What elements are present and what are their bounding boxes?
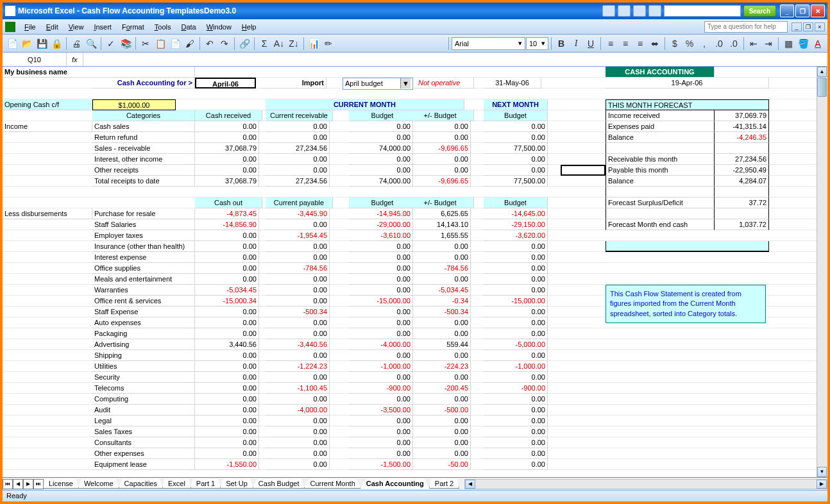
cell[interactable]: 0.00 [195,416,259,426]
cell[interactable]: 0.00 [266,372,330,383]
cell[interactable]: My business name [3,67,195,78]
merge-center-icon[interactable]: ⬌ [648,37,662,51]
scroll-thumb[interactable] [817,78,827,97]
research-icon[interactable]: 📚 [119,37,133,51]
cell[interactable]: 0.00 [407,165,471,176]
cell[interactable]: 0.00 [266,132,330,143]
cell[interactable]: Total receipts to date [92,176,195,187]
cell[interactable]: 3,440.56 [195,339,259,350]
sheet-tab-part-1[interactable]: Part 1 [191,479,221,489]
cell[interactable]: -0.34 [407,296,471,307]
cell[interactable]: 74,000.00 [349,143,413,154]
cell[interactable]: Legal [92,416,195,426]
cell[interactable]: 0.00 [349,121,413,132]
cell[interactable]: 0.00 [407,328,471,339]
cell[interactable]: 31-May-06 [484,78,541,88]
cell[interactable]: Office rent & services [92,296,195,307]
cell[interactable]: -900.00 [349,383,413,394]
cell[interactable]: -29,000.00 [349,219,413,230]
cell[interactable]: Balance [606,176,715,187]
cell[interactable]: -15,000.34 [195,296,259,307]
decrease-indent-icon[interactable]: ⇤ [747,37,761,51]
cell[interactable]: 0.00 [484,317,548,328]
sheet-tab-set-up[interactable]: Set Up [220,479,253,489]
doc-minimize-button[interactable]: _ [792,22,802,31]
cell[interactable]: 0.00 [195,405,259,416]
cell[interactable]: 0.00 [195,383,259,394]
cell[interactable]: 559.44 [407,339,471,350]
horizontal-scrollbar[interactable]: ◀ ▶ [464,479,827,489]
cell[interactable]: 0.00 [349,317,413,328]
cell[interactable]: Office supplies [92,263,195,274]
excel-doc-icon[interactable] [5,22,15,32]
cell[interactable]: -1,100.45 [266,383,330,394]
cell[interactable]: 0.00 [349,372,413,383]
cell[interactable]: 0.00 [349,165,413,176]
decrease-decimal-icon[interactable]: .0 [727,37,741,51]
cell[interactable]: Warranties [92,285,195,296]
cell[interactable]: Consultants [92,437,195,448]
cell[interactable]: 0.00 [195,328,259,339]
menu-data[interactable]: Data [176,22,201,32]
cell[interactable]: 0.00 [407,416,471,426]
scroll-up-icon[interactable]: ▲ [817,67,827,77]
cell[interactable]: -15,000.00 [484,296,548,307]
cell[interactable]: Equipment lease [92,459,195,470]
menu-format[interactable]: Format [117,22,149,32]
cell[interactable]: Staff Salaries [92,219,195,230]
currency-icon[interactable]: $ [668,37,682,51]
copy-icon[interactable]: 📋 [153,37,167,51]
scroll-right-icon[interactable]: ▶ [817,480,827,489]
cell[interactable]: 0.00 [195,394,259,405]
tab-nav-next-icon[interactable]: ▶ [23,479,33,489]
cell[interactable]: -4,000.00 [349,339,413,350]
cell[interactable]: Current payable [266,197,333,208]
name-box[interactable]: Q10 [3,53,67,66]
cell[interactable]: 0.00 [407,350,471,361]
cell[interactable]: 1,655.55 [407,230,471,241]
cell[interactable]: Auto expenses [92,317,195,328]
cell[interactable]: 1,037.72 [715,219,769,230]
cell[interactable]: Import [262,78,326,88]
cell[interactable]: 37,068.79 [195,143,259,154]
cell[interactable]: 0.00 [195,372,259,383]
cell[interactable]: 0.00 [195,317,259,328]
msn-alert-icon[interactable] [648,5,661,17]
cell[interactable]: 0.00 [484,437,548,448]
cell[interactable]: -200.45 [407,383,471,394]
cell[interactable] [715,143,769,154]
cell[interactable]: Insurance (other than health) [92,241,195,252]
scroll-left-icon[interactable]: ◀ [465,480,475,489]
save-icon[interactable]: 💾 [35,37,49,51]
cell[interactable] [715,187,769,197]
vertical-scrollbar[interactable]: ▲ ▼ [817,67,827,477]
cell[interactable]: 0.00 [407,426,471,437]
font-selector[interactable]: Arial▾ [452,37,525,50]
cell[interactable]: Budget [484,110,548,121]
scroll-down-icon[interactable]: ▼ [817,467,827,477]
help-search-input[interactable] [704,21,788,33]
cell[interactable]: -784.56 [407,263,471,274]
cell[interactable]: Income [3,121,92,132]
italic-icon[interactable]: I [569,37,583,51]
doc-restore-button[interactable]: ❐ [803,22,813,31]
cell[interactable]: Security [92,372,195,383]
cell[interactable]: 0.00 [349,394,413,405]
cell[interactable]: 0.00 [266,252,330,263]
cell[interactable]: -14,945.00 [349,208,413,219]
cell[interactable]: 0.00 [266,296,330,307]
hyperlink-icon[interactable]: 🔗 [237,37,251,51]
cell[interactable]: -1,500.00 [349,459,413,470]
cell[interactable]: 0.00 [266,317,330,328]
cell[interactable]: 0.00 [349,154,413,165]
cell[interactable]: 0.00 [266,219,330,230]
align-right-icon[interactable]: ≡ [633,37,647,51]
cell[interactable]: 0.00 [484,426,548,437]
cell[interactable]: 0.00 [349,252,413,263]
cell[interactable]: -500.34 [407,307,471,317]
cell[interactable]: Employer taxes [92,230,195,241]
cell[interactable]: Receivable this month [606,154,715,165]
search-button[interactable]: Search [743,5,776,17]
cell[interactable]: Categories [92,110,195,121]
cell[interactable]: 0.00 [484,165,548,176]
